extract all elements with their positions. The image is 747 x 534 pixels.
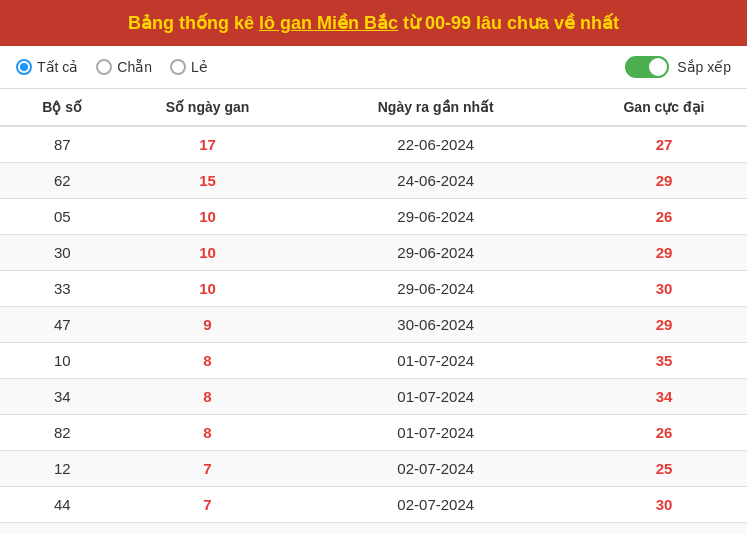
radio-circle-le	[170, 59, 186, 75]
cell-ngay: 02-07-2024	[290, 451, 581, 487]
cell-ngay: 01-07-2024	[290, 379, 581, 415]
cell-ngay: 30-06-2024	[290, 307, 581, 343]
cell-boso: 44	[0, 487, 125, 523]
cell-ngay: 01-07-2024	[290, 343, 581, 379]
page-header: Bảng thống kê lô gan Miền Bắc từ 00-99 l…	[0, 0, 747, 46]
main-table: Bộ số Số ngày gan Ngày ra gần nhất Gan c…	[0, 89, 747, 534]
table-row: 05 10 29-06-2024 26	[0, 199, 747, 235]
cell-gancucday: 30	[581, 487, 747, 523]
table-body: 87 17 22-06-2024 27 62 15 24-06-2024 29 …	[0, 126, 747, 534]
radio-circle-chan	[96, 59, 112, 75]
cell-gancucday: 29	[581, 235, 747, 271]
cell-gancucday: 27	[581, 126, 747, 163]
table-row: 10 8 01-07-2024 35	[0, 343, 747, 379]
title-text-part2: từ 00-99 lâu chưa về nhất	[398, 13, 619, 33]
table-header: Bộ số Số ngày gan Ngày ra gần nhất Gan c…	[0, 89, 747, 126]
radio-label-chan: Chẵn	[117, 59, 152, 75]
table-row: 44 7 02-07-2024 30	[0, 487, 747, 523]
cell-gancucday: 29	[581, 163, 747, 199]
cell-ngay: 02-07-2024	[290, 523, 581, 535]
table-row: 62 15 24-06-2024 29	[0, 163, 747, 199]
cell-songaygan: 8	[125, 379, 291, 415]
cell-songaygan: 17	[125, 126, 291, 163]
cell-ngay: 01-07-2024	[290, 415, 581, 451]
cell-gancucday: 30	[581, 271, 747, 307]
radio-label-le: Lẻ	[191, 59, 208, 75]
cell-boso: 30	[0, 235, 125, 271]
cell-songaygan: 8	[125, 415, 291, 451]
cell-songaygan: 10	[125, 199, 291, 235]
table-header-row: Bộ số Số ngày gan Ngày ra gần nhất Gan c…	[0, 89, 747, 126]
title-highlight: lô gan Miền Bắc	[259, 13, 398, 33]
cell-songaygan: 10	[125, 235, 291, 271]
table-row: 87 17 22-06-2024 27	[0, 126, 747, 163]
table-row: 33 10 29-06-2024 30	[0, 271, 747, 307]
table-row: 12 7 02-07-2024 25	[0, 451, 747, 487]
radio-circle-tat-ca	[16, 59, 32, 75]
cell-songaygan: 10	[125, 271, 291, 307]
cell-boso: 62	[0, 163, 125, 199]
cell-songaygan: 8	[125, 343, 291, 379]
radio-chan[interactable]: Chẵn	[96, 59, 152, 75]
cell-boso: 74	[0, 523, 125, 535]
cell-songaygan: 7	[125, 451, 291, 487]
col-header-gancucday: Gan cực đại	[581, 89, 747, 126]
cell-ngay: 29-06-2024	[290, 199, 581, 235]
sort-toggle-switch[interactable]	[625, 56, 669, 78]
cell-ngay: 22-06-2024	[290, 126, 581, 163]
table-row: 30 10 29-06-2024 29	[0, 235, 747, 271]
controls-bar: Tất cả Chẵn Lẻ Sắp xếp	[0, 46, 747, 89]
cell-gancucday: 34	[581, 379, 747, 415]
cell-ngay: 24-06-2024	[290, 163, 581, 199]
radio-le[interactable]: Lẻ	[170, 59, 208, 75]
table-row: 74 7 02-07-2024 36	[0, 523, 747, 535]
cell-boso: 87	[0, 126, 125, 163]
col-header-ngayragannhat: Ngày ra gần nhất	[290, 89, 581, 126]
cell-ngay: 29-06-2024	[290, 235, 581, 271]
table-row: 82 8 01-07-2024 26	[0, 415, 747, 451]
cell-gancucday: 26	[581, 415, 747, 451]
cell-gancucday: 36	[581, 523, 747, 535]
cell-gancucday: 35	[581, 343, 747, 379]
cell-boso: 34	[0, 379, 125, 415]
cell-songaygan: 7	[125, 487, 291, 523]
cell-ngay: 29-06-2024	[290, 271, 581, 307]
radio-label-tat-ca: Tất cả	[37, 59, 78, 75]
cell-boso: 10	[0, 343, 125, 379]
cell-boso: 12	[0, 451, 125, 487]
table-row: 47 9 30-06-2024 29	[0, 307, 747, 343]
cell-gancucday: 29	[581, 307, 747, 343]
cell-songaygan: 15	[125, 163, 291, 199]
cell-songaygan: 7	[125, 523, 291, 535]
cell-ngay: 02-07-2024	[290, 487, 581, 523]
table-row: 34 8 01-07-2024 34	[0, 379, 747, 415]
page-title: Bảng thống kê lô gan Miền Bắc từ 00-99 l…	[16, 12, 731, 34]
filter-radio-group: Tất cả Chẵn Lẻ	[16, 59, 208, 75]
sort-toggle-group[interactable]: Sắp xếp	[625, 56, 731, 78]
sort-toggle-label: Sắp xếp	[677, 59, 731, 75]
cell-gancucday: 25	[581, 451, 747, 487]
col-header-boso: Bộ số	[0, 89, 125, 126]
radio-tat-ca[interactable]: Tất cả	[16, 59, 78, 75]
col-header-songaygan: Số ngày gan	[125, 89, 291, 126]
cell-songaygan: 9	[125, 307, 291, 343]
cell-boso: 33	[0, 271, 125, 307]
cell-boso: 05	[0, 199, 125, 235]
cell-boso: 47	[0, 307, 125, 343]
cell-boso: 82	[0, 415, 125, 451]
title-text-part1: Bảng thống kê	[128, 13, 259, 33]
cell-gancucday: 26	[581, 199, 747, 235]
